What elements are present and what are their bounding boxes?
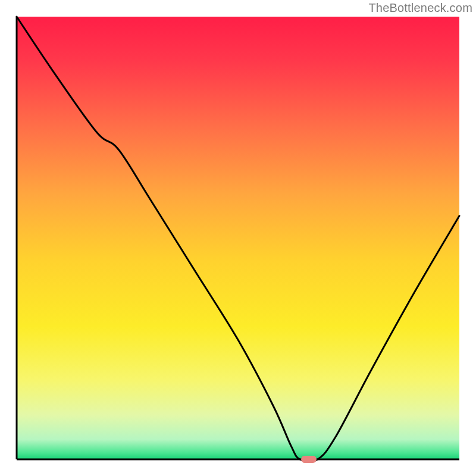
bottleneck-chart bbox=[0, 0, 476, 476]
plot-background bbox=[17, 17, 459, 459]
watermark-text: TheBottleneck.com bbox=[368, 1, 472, 15]
chart-container: TheBottleneck.com bbox=[0, 0, 476, 476]
optimal-marker bbox=[301, 456, 317, 463]
